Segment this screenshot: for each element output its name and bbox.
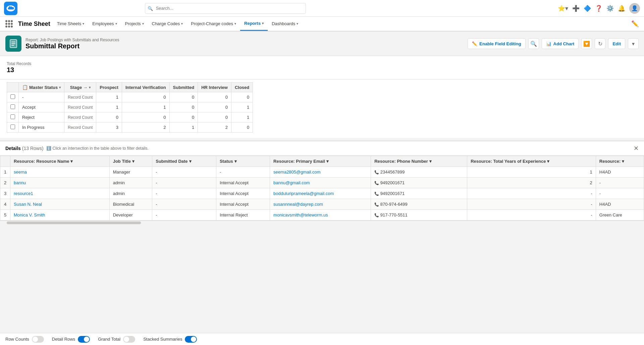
resource-name-cell[interactable]: seema [10, 167, 110, 178]
nav-item-dashboards[interactable]: Dashboards ▾ [268, 17, 302, 31]
th-phone-number[interactable]: Resource: Phone Number ▾ [371, 156, 467, 167]
row-checkbox-cell[interactable] [7, 122, 19, 133]
salesforce-logo[interactable] [4, 2, 17, 15]
sort-icon: ▾ [547, 159, 549, 164]
page-title: Submittal Report [25, 42, 119, 50]
email-cell[interactable]: susannneal@dayrep.com [270, 199, 371, 210]
extra-cell: H4AD [596, 167, 644, 178]
phone-cell: 📞 870-974-6499 [371, 199, 467, 210]
nav-item-project-charge-codes[interactable]: Project-Charge codes ▾ [187, 17, 240, 31]
nav-item-employees[interactable]: Employees ▾ [88, 17, 121, 31]
sort-icon: ▾ [429, 159, 432, 164]
table-row: Reject Record Count 00001 [7, 112, 253, 122]
row-number: 3 [0, 188, 10, 199]
page-header: Report: Job Postings with Submittals and… [0, 32, 644, 56]
th-prospect: Prospect [96, 83, 122, 92]
list-item: 3 resource1 admin - Internal Accept bodd… [0, 188, 644, 199]
th-submitted: Submitted [169, 83, 198, 92]
list-item: 5 Monica V. Smith Developer - Internal R… [0, 210, 644, 220]
value-cell: 1 [96, 92, 122, 102]
help-button[interactable]: ❓ [595, 5, 602, 12]
top-nav: 🔍 ⭐▾ ➕ 🔷 ❓ ⚙️ 🔔 👤 [0, 0, 644, 17]
value-cell: 0 [198, 102, 231, 112]
status-cell: Internal Accept [216, 199, 270, 210]
row-checkbox[interactable] [10, 94, 15, 99]
nav-right: ✏️ [629, 17, 641, 31]
email-cell[interactable]: bannu@gmail.com [270, 178, 371, 188]
page-header-actions: ✏️ Enable Field Editing 🔍 📊 Add Chart 🔽 … [468, 38, 639, 49]
enable-field-editing-button[interactable]: ✏️ Enable Field Editing [468, 38, 525, 49]
th-stage[interactable]: Stage → ▾ [64, 83, 96, 92]
setup-waffle-button[interactable]: 🔷 [584, 5, 591, 12]
page-header-text: Report: Job Postings with Submittals and… [25, 38, 119, 50]
th-extra[interactable]: Resource: ▾ [596, 156, 644, 167]
th-submitted-date[interactable]: Submitted Date ▾ [152, 156, 216, 167]
value-cell: 2 [122, 122, 169, 133]
value-cell: 0 [198, 112, 231, 122]
scrollbar[interactable] [0, 220, 644, 225]
job-title-cell: admin [109, 188, 152, 199]
th-experience[interactable]: Resource: Total Years of Experience ▾ [467, 156, 596, 167]
experience-cell: - [467, 199, 596, 210]
th-primary-email[interactable]: Resource: Primary Email ▾ [270, 156, 371, 167]
extra-cell: H4AD [596, 199, 644, 210]
settings-button[interactable]: ⚙️ [606, 5, 614, 12]
th-job-title[interactable]: Job Title ▾ [109, 156, 152, 167]
row-checkbox[interactable] [10, 114, 15, 119]
avatar[interactable]: 👤 [629, 3, 640, 14]
more-button[interactable]: ▾ [628, 38, 639, 49]
details-close-button[interactable]: ✕ [634, 145, 639, 152]
experience-cell: - [467, 210, 596, 220]
search-input[interactable] [145, 3, 306, 14]
row-checkbox-cell[interactable] [7, 102, 19, 112]
report-icon-small: 📋 [22, 85, 28, 90]
app-launcher-button[interactable] [3, 17, 15, 31]
th-closed: Closed [231, 83, 253, 92]
add-button[interactable]: ➕ [572, 5, 580, 12]
search-bar: 🔍 [145, 3, 306, 14]
filter-button[interactable]: 🔽 [581, 38, 592, 49]
scrollbar-thumb[interactable] [7, 221, 141, 224]
th-status[interactable]: Status ▾ [216, 156, 270, 167]
row-checkbox[interactable] [10, 104, 15, 109]
sort-icon: ▾ [189, 159, 192, 164]
nav-item-projects[interactable]: Projects ▾ [121, 17, 148, 31]
details-info: ℹ️ Click an intersection in the table ab… [46, 146, 149, 151]
info-icon: ℹ️ [46, 146, 51, 151]
summary-area: Total Records 13 [0, 56, 644, 80]
status-cell: - [216, 167, 270, 178]
notifications-button[interactable]: 🔔 [618, 5, 625, 12]
nav-item-timesheets[interactable]: Time Sheets ▾ [53, 17, 89, 31]
table-row: In Progress Record Count 32120 [7, 122, 253, 133]
value-cell: 0 [198, 92, 231, 102]
details-header-left: Details (13 Rows) ℹ️ Click an intersecti… [5, 146, 149, 151]
favorites-button[interactable]: ⭐▾ [558, 5, 568, 12]
resource-name-cell[interactable]: Monica V. Smith [10, 210, 110, 220]
nav-item-reports[interactable]: Reports ▾ [240, 17, 268, 31]
report-icon [5, 36, 21, 52]
row-checkbox-cell[interactable] [7, 112, 19, 122]
email-cell[interactable]: seema2805@gmail.com [270, 167, 371, 178]
phone-cell: 📞 917-770-5511 [371, 210, 467, 220]
status-cell: Accept [19, 102, 64, 112]
row-checkbox[interactable] [10, 125, 15, 129]
th-master-status[interactable]: 📋 Master Status ▾ [19, 83, 64, 92]
email-cell[interactable]: bodduluriprameela@gmail.com [270, 188, 371, 199]
edit-button[interactable]: Edit [608, 38, 625, 49]
resource-name-cell[interactable]: bannu [10, 178, 110, 188]
resource-name-cell[interactable]: Susan N. Neal [10, 199, 110, 210]
th-resource-name[interactable]: Resource: Resource Name ▾ [10, 156, 110, 167]
refresh-button[interactable]: ↻ [595, 38, 605, 49]
chart-icon: 📊 [546, 41, 551, 46]
value-cell: 1 [169, 122, 198, 133]
row-checkbox-cell[interactable] [7, 92, 19, 102]
extra-cell: - [596, 188, 644, 199]
resource-name-cell[interactable]: resource1 [10, 188, 110, 199]
details-header: Details (13 Rows) ℹ️ Click an intersecti… [0, 141, 644, 156]
nav-pencil-icon[interactable]: ✏️ [629, 20, 641, 28]
nav-item-charge-codes[interactable]: Charge Codes ▾ [148, 17, 187, 31]
th-checkbox [7, 83, 19, 92]
add-chart-button[interactable]: 📊 Add Chart [542, 38, 579, 49]
email-cell[interactable]: monicavsmith@teleworm.us [270, 210, 371, 220]
search-button[interactable]: 🔍 [528, 38, 539, 49]
